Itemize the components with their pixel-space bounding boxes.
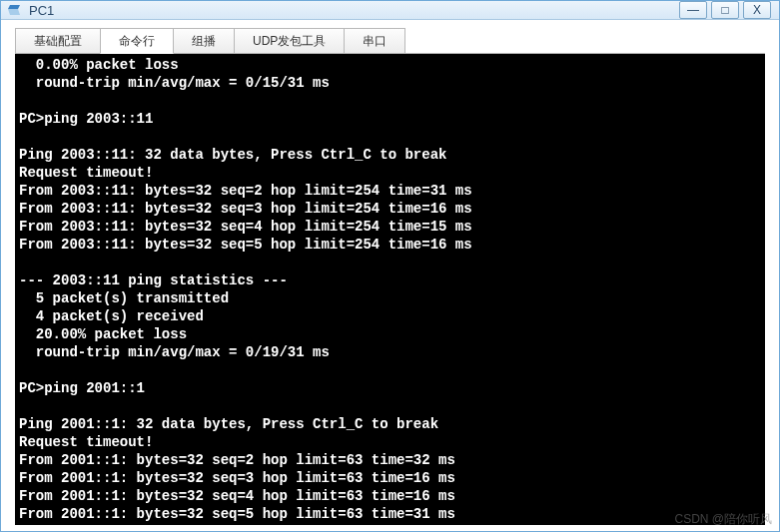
minimize-button[interactable]: — [679,1,707,19]
app-icon [7,2,23,18]
titlebar[interactable]: PC1 — □ X [1,1,779,20]
window-title: PC1 [29,3,675,18]
terminal[interactable]: 0.00% packet loss round-trip min/avg/max… [15,54,765,525]
maximize-button[interactable]: □ [711,1,739,19]
tab-bar: 基础配置 命令行 组播 UDP发包工具 串口 [1,20,779,54]
tab-serial[interactable]: 串口 [344,28,405,54]
terminal-container: 0.00% packet loss round-trip min/avg/max… [1,54,779,532]
tab-basic-config[interactable]: 基础配置 [15,28,101,54]
app-window: PC1 — □ X 基础配置 命令行 组播 UDP发包工具 串口 0.00% p… [0,0,780,532]
tab-cli[interactable]: 命令行 [100,28,174,54]
tab-udp-tool[interactable]: UDP发包工具 [234,28,345,54]
close-button[interactable]: X [743,1,771,19]
tab-multicast[interactable]: 组播 [173,28,235,54]
